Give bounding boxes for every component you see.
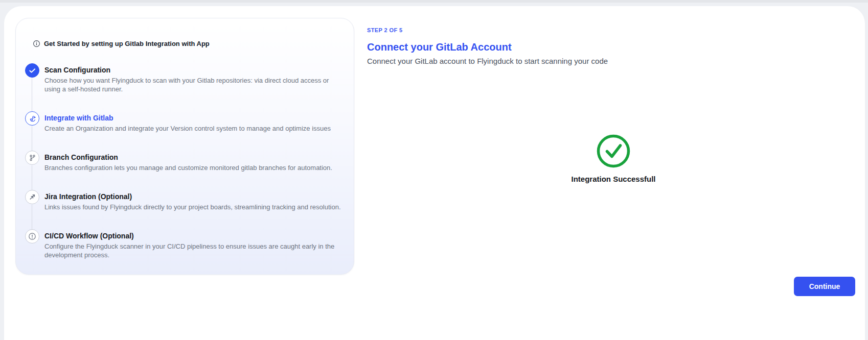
check-icon: [25, 63, 39, 78]
window-top-edge: [0, 0, 868, 3]
step-cicd-workflow[interactable]: CI/CD Workflow (Optional) Configure the …: [25, 231, 346, 259]
onboarding-steps-panel: Get Started by setting up Gitlab Integra…: [15, 18, 354, 275]
step-description: Create an Organization and integrate you…: [44, 124, 346, 133]
integration-status: Integration Successfull: [557, 133, 670, 183]
steps-list: Scan Configuration Choose how you want F…: [25, 65, 346, 259]
step-scan-configuration[interactable]: Scan Configuration Choose how you want F…: [25, 65, 346, 93]
step-description: Links issues found by Flyingduck directl…: [44, 203, 346, 211]
alert-circle-icon: [25, 229, 39, 244]
step-title: Integrate with Gitlab: [44, 113, 346, 123]
continue-button[interactable]: Continue: [794, 277, 855, 296]
step-title: CI/CD Workflow (Optional): [44, 231, 346, 240]
page-subtitle: Connect your GitLab account to Flyingduc…: [367, 57, 608, 65]
status-label: Integration Successfull: [571, 175, 655, 183]
step-title: Branch Configuration: [44, 153, 346, 162]
info-icon: [33, 40, 40, 47]
step-indicator: STEP 2 OF 5: [367, 27, 403, 33]
jira-arrows-icon: [25, 190, 39, 204]
step-jira-integration[interactable]: Jira Integration (Optional) Links issues…: [25, 192, 346, 211]
app-window: Get Started by setting up Gitlab Integra…: [4, 6, 865, 340]
step-title: Jira Integration (Optional): [44, 192, 346, 201]
git-branch-icon: [25, 151, 39, 165]
step-branch-configuration[interactable]: Branch Configuration Branches configurat…: [25, 153, 346, 172]
onboarding-header-label: Get Started by setting up Gitlab Integra…: [44, 40, 210, 47]
step-description: Choose how you want Flyingduck to scan w…: [44, 76, 346, 93]
step-integrate-with-gitlab[interactable]: Integrate with Gitlab Create an Organiza…: [25, 113, 346, 133]
step-description: Branches configuration lets you manage a…: [44, 163, 346, 172]
success-check-icon: [596, 133, 631, 169]
step-title: Scan Configuration: [44, 65, 346, 75]
step-description: Configure the Flyingduck scanner in your…: [44, 242, 346, 259]
flyingduck-logo-icon: [25, 111, 39, 126]
page-title: Connect your GitLab Account: [367, 41, 512, 53]
onboarding-header: Get Started by setting up Gitlab Integra…: [33, 40, 210, 47]
